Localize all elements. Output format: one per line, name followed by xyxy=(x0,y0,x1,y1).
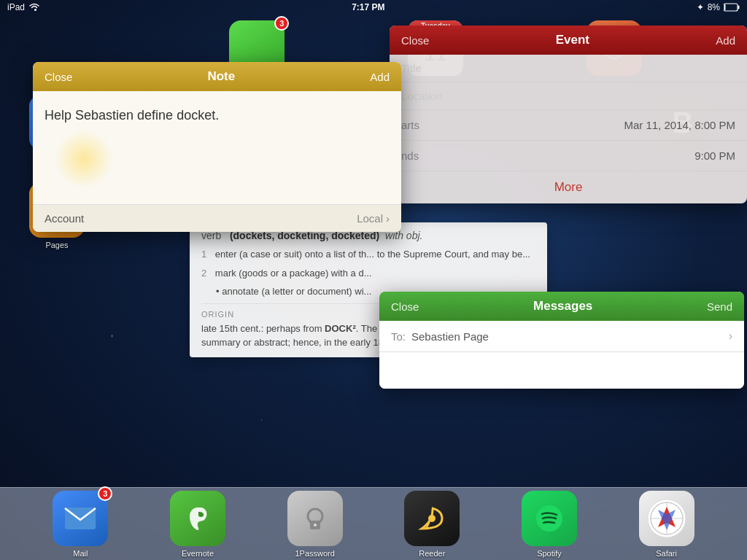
status-bar: iPad 7:17 PM ✦ 8% xyxy=(0,0,747,15)
note-add-button[interactable]: Add xyxy=(370,71,390,83)
messages-to-row[interactable]: To: Sebastien Page › xyxy=(379,321,744,352)
event-panel: Close Event Add Title Location arts Mar … xyxy=(390,26,747,203)
reeder-dock-icon[interactable]: Reeder xyxy=(404,491,460,558)
messages-title: Messages xyxy=(533,299,592,314)
event-ends-row[interactable]: nds 9:00 PM xyxy=(390,141,747,171)
battery-label: 8% xyxy=(708,2,720,12)
onepassword-icon xyxy=(287,491,343,546)
note-account-label: Account xyxy=(44,212,84,225)
svg-point-12 xyxy=(314,524,317,526)
carrier-label: iPad xyxy=(7,2,25,12)
chevron-right-icon: › xyxy=(386,212,390,225)
note-panel: Close Note Add Help Sebastien define doc… xyxy=(33,62,401,232)
event-title-field[interactable]: Title xyxy=(390,55,747,82)
event-location-field[interactable]: Location xyxy=(390,82,747,110)
event-ends-value: 9:00 PM xyxy=(694,149,735,162)
messages-to-label: To: xyxy=(391,330,406,343)
safari-label: Safari xyxy=(656,549,677,558)
svg-point-13 xyxy=(428,515,436,522)
messages-body[interactable] xyxy=(379,352,744,389)
event-close-button[interactable]: Close xyxy=(401,34,429,47)
note-header: Close Note Add xyxy=(33,62,401,91)
dict-def-2: 2 mark (goods or a package) with a d... xyxy=(201,266,535,281)
svg-point-14 xyxy=(536,505,562,532)
battery-icon xyxy=(724,3,740,12)
note-local-label: Local › xyxy=(357,212,390,225)
svg-rect-1 xyxy=(738,6,739,9)
event-starts-label: arts xyxy=(401,119,419,131)
event-more-button[interactable]: More xyxy=(390,171,747,203)
status-left: iPad xyxy=(7,2,40,12)
svg-rect-0 xyxy=(724,4,738,11)
mail-dock-icon[interactable]: 3 Mail xyxy=(53,491,108,558)
event-add-button[interactable]: Add xyxy=(716,34,735,47)
messages-panel: Close Messages Send To: Sebastien Page › xyxy=(379,292,744,389)
event-ends-label: nds xyxy=(401,149,419,162)
spotify-icon xyxy=(522,491,577,546)
pages-label: Pages xyxy=(45,241,68,249)
1password-label: 1Password xyxy=(295,549,334,558)
messages-to-value: Sebastien Page xyxy=(411,330,729,343)
messages-send-button[interactable]: Send xyxy=(707,300,732,313)
1password-dock-icon[interactable]: 1Password xyxy=(287,491,343,558)
svg-rect-2 xyxy=(724,4,726,10)
note-text: Help Sebastien define docket. xyxy=(44,106,390,125)
event-starts-value: Mar 11, 2014, 8:00 PM xyxy=(624,119,735,131)
mail-label: Mail xyxy=(73,549,88,558)
safari-icon xyxy=(639,491,694,546)
messages-header: Close Messages Send xyxy=(379,292,744,321)
note-body[interactable]: Help Sebastien define docket. xyxy=(33,91,401,204)
dock: 3 Mail Evernote 1Password Reeder Spotify… xyxy=(0,487,747,560)
reeder-label: Reeder xyxy=(419,549,445,558)
note-title: Note xyxy=(207,69,235,84)
note-footer: Account Local › xyxy=(33,204,401,232)
event-header: Close Event Add xyxy=(390,26,747,55)
green-icon-badge: 3 xyxy=(274,16,289,31)
lightbulb-glow xyxy=(55,130,113,188)
status-right: ✦ 8% xyxy=(697,2,740,12)
event-starts-row[interactable]: arts Mar 11, 2014, 8:00 PM xyxy=(390,110,747,141)
event-title: Event xyxy=(556,33,589,47)
spotify-dock-icon[interactable]: Spotify xyxy=(522,491,577,558)
messages-close-button[interactable]: Close xyxy=(391,300,419,313)
reeder-icon xyxy=(404,491,460,546)
bluetooth-icon: ✦ xyxy=(697,2,704,12)
time-display: 7:17 PM xyxy=(352,2,384,12)
dict-def-1: 1 enter (a case or suit) onto a list of … xyxy=(201,247,535,262)
evernote-icon xyxy=(170,491,225,546)
wifi-icon xyxy=(28,3,40,12)
evernote-label: Evernote xyxy=(182,549,214,558)
spotify-label: Spotify xyxy=(537,549,562,558)
evernote-dock-icon[interactable]: Evernote xyxy=(170,491,225,558)
chevron-right-messages-icon: › xyxy=(729,330,732,343)
safari-dock-icon[interactable]: Safari xyxy=(639,491,694,558)
mail-badge: 3 xyxy=(98,486,112,501)
note-close-button[interactable]: Close xyxy=(44,71,72,83)
